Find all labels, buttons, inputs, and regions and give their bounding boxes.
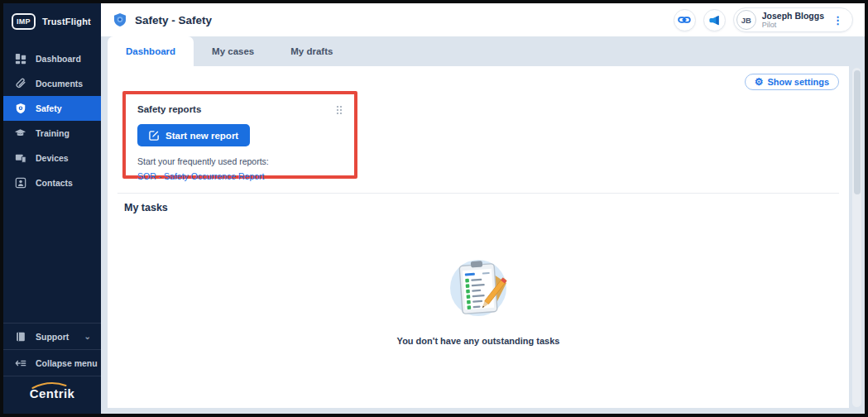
card-title: Safety reports [137, 104, 201, 114]
drag-handle-icon[interactable] [336, 105, 343, 115]
sidebar-item-devices[interactable]: Devices [3, 146, 101, 170]
red-annotation-highlight: Safety reports Start new report Start yo… [122, 91, 357, 179]
sor-report-link[interactable]: SOR - Safety Occurrence Report [137, 171, 343, 181]
sidebar-item-label: Training [36, 128, 70, 138]
user-meta: Joseph Bloggs Pilot [762, 11, 824, 29]
start-new-report-label: Start new report [165, 131, 238, 141]
empty-tasks-text: You don't have any outstanding tasks [397, 336, 560, 346]
sidebar: IMP TrustFlight Dashboard Documents [3, 3, 101, 414]
sidebar-item-training[interactable]: Training [3, 121, 101, 146]
frequent-reports-label: Start your frequently used reports: [137, 156, 343, 166]
sidebar-item-label: Safety [36, 103, 62, 113]
devices-icon [14, 152, 26, 165]
sidebar-nav: Dashboard Documents Safety [3, 46, 101, 195]
kebab-menu-icon[interactable]: ⋮ [830, 14, 846, 26]
tab-dashboard[interactable]: Dashboard [108, 36, 194, 66]
sidebar-item-label: Contacts [36, 178, 73, 188]
collapse-menu-button[interactable]: Collapse menu [3, 350, 101, 376]
section-divider [117, 193, 839, 194]
announcements-button[interactable] [703, 9, 726, 31]
megaphone-icon [708, 14, 721, 26]
topbar-actions: JB Joseph Bloggs Pilot ⋮ [674, 7, 853, 32]
empty-tasks-state: You don't have any outstanding tasks [108, 256, 849, 346]
edit-icon [149, 130, 160, 141]
link-icon [678, 13, 691, 26]
empty-tasks-illustration [440, 256, 516, 324]
dashboard-icon [14, 53, 26, 65]
scrollbar-track[interactable] [852, 68, 861, 407]
brand: IMP TrustFlight [3, 3, 101, 38]
main-area: Safety - Safety JB Joseph Bloggs Pilot [101, 3, 865, 414]
screenshot-frame: IMP TrustFlight Dashboard Documents [0, 0, 868, 417]
centrik-logo: Centrik [3, 376, 101, 414]
contacts-icon [14, 177, 26, 189]
imp-logo-badge: IMP [12, 13, 36, 30]
user-menu[interactable]: JB Joseph Bloggs Pilot ⋮ [733, 7, 853, 32]
brand-name: TrustFlight [42, 17, 91, 26]
scrollbar-thumb[interactable] [854, 70, 861, 194]
show-settings-label: Show settings [767, 77, 829, 87]
app-window: IMP TrustFlight Dashboard Documents [3, 3, 865, 414]
sidebar-item-support[interactable]: Support ⌄ [3, 324, 101, 349]
graduation-cap-icon [14, 127, 26, 140]
topbar: Safety - Safety JB Joseph Bloggs Pilot [101, 3, 865, 36]
user-name: Joseph Bloggs [762, 11, 824, 21]
sidebar-item-safety[interactable]: Safety [3, 96, 101, 121]
paperclip-icon [14, 78, 26, 90]
avatar: JB [736, 10, 756, 30]
book-icon [14, 330, 26, 343]
gear-icon: ⚙ [755, 77, 764, 87]
sidebar-item-label: Dashboard [36, 54, 81, 64]
page-title: Safety - Safety [135, 14, 212, 26]
support-label: Support [36, 332, 69, 342]
tabstrip: Dashboard My cases My drafts [101, 36, 865, 66]
tab-my-drafts[interactable]: My drafts [272, 36, 351, 66]
sidebar-item-dashboard[interactable]: Dashboard [3, 46, 101, 71]
collapse-menu-label: Collapse menu [36, 358, 98, 368]
sidebar-item-documents[interactable]: Documents [3, 71, 101, 96]
centrik-swoosh-icon [31, 381, 67, 390]
page-title-wrap: Safety - Safety [113, 12, 212, 27]
card-header: Safety reports [137, 104, 343, 115]
show-settings-button[interactable]: ⚙ Show settings [745, 74, 839, 90]
safety-shield-icon [113, 12, 127, 27]
tab-my-cases[interactable]: My cases [194, 36, 272, 66]
collapse-arrow-icon [14, 357, 26, 369]
sidebar-item-label: Devices [36, 153, 69, 163]
sidebar-item-contacts[interactable]: Contacts [3, 170, 101, 195]
dashboard-content: ⚙ Show settings Safety reports [108, 66, 849, 408]
sidebar-item-label: Documents [36, 79, 83, 89]
sidebar-bottom: Support ⌄ Collapse menu Centrik [3, 323, 101, 414]
link-button[interactable] [674, 9, 696, 31]
my-tasks-title: My tasks [124, 202, 168, 213]
start-new-report-button[interactable]: Start new report [137, 124, 250, 146]
user-role: Pilot [762, 21, 824, 29]
shield-icon [14, 103, 26, 115]
chevron-down-icon: ⌄ [84, 332, 91, 341]
safety-reports-card: Safety reports Start new report Start yo… [126, 94, 354, 175]
